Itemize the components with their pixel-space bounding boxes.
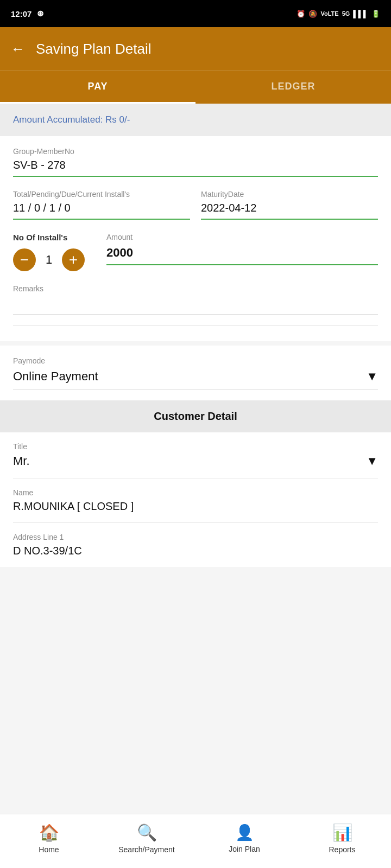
tab-pay[interactable]: PAY [0,71,195,104]
maturity-date-field: MaturityDate 2022-04-12 [201,190,378,220]
amount-accumulated: Amount Accumulated: Rs 0/- [0,104,391,136]
reports-icon: 📊 [332,823,352,842]
name-value: R.MOUNIKA [ CLOSED ] [13,500,378,513]
remarks-input[interactable] [13,296,378,315]
installs-label: Total/Pending/Due/Current Install's [13,190,190,199]
nav-join-plan[interactable]: 👤 Join Plan [195,814,293,868]
installs-value: 11 / 0 / 1 / 0 [13,202,190,220]
paymode-label: Paymode [13,356,378,365]
address-field: Address Line 1 D NO.3-39/1C [13,523,378,567]
form-section: Group-MemberNo SV-B - 278 Total/Pending/… [0,136,391,341]
address-label: Address Line 1 [13,533,378,541]
bottom-nav: 🏠 Home 🔍 Search/Payment 👤 Join Plan 📊 Re… [0,814,391,868]
increment-button[interactable]: + [62,248,85,271]
paymode-dropdown-icon: ▼ [366,369,378,384]
signal-icon: ▌▌▌ [353,10,368,18]
installs-field: Total/Pending/Due/Current Install's 11 /… [13,190,190,220]
remarks-label: Remarks [13,284,378,293]
remarks-field: Remarks [13,284,378,315]
nav-search-payment[interactable]: 🔍 Search/Payment [98,814,195,868]
title-value: Mr. [13,454,30,468]
title-label: Title [13,442,378,451]
install-amount-row: No Of Install's − 1 + Amount 2000 [13,233,378,271]
back-button[interactable]: ← [11,41,25,58]
join-plan-icon: 👤 [235,824,254,841]
install-col: No Of Install's − 1 + [13,233,85,271]
address-value: D NO.3-39/1C [13,545,378,557]
counter-value: 1 [43,253,54,267]
status-bar: 12:07 ⊛ ⏰ 🔕 VoLTE 5G ▌▌▌ 🔋 [0,0,391,27]
paymode-value: Online Payment [13,369,98,384]
nav-reports[interactable]: 📊 Reports [293,814,391,868]
amount-value: 2000 [106,246,378,265]
name-label: Name [13,488,378,497]
amount-col: Amount 2000 [106,233,378,265]
tab-ledger[interactable]: LEDGER [195,71,391,104]
time: 12:07 [11,9,31,18]
customer-detail-header: Customer Detail [0,400,391,432]
counter-row: − 1 + [13,248,85,271]
tab-bar: PAY LEDGER [0,71,391,104]
title-field: Title Mr. ▼ [13,432,378,478]
paymode-select[interactable]: Online Payment ▼ [13,369,378,390]
maturity-date-value: 2022-04-12 [201,202,378,220]
nav-home-label: Home [39,845,59,854]
group-member-field: Group-MemberNo SV-B - 278 [13,147,378,177]
5g-icon: 5G [342,10,350,17]
battery-icon: 🔋 [371,10,380,18]
title-dropdown-icon: ▼ [366,454,378,468]
installs-row: Total/Pending/Due/Current Install's 11 /… [13,190,378,220]
amount-label: Amount [106,233,378,241]
nav-join-plan-label: Join Plan [229,845,260,853]
pinterest-icon: ⊛ [37,9,44,18]
name-field: Name R.MOUNIKA [ CLOSED ] [13,478,378,523]
home-icon: 🏠 [39,823,59,842]
mute-icon: 🔕 [308,10,317,18]
search-payment-icon: 🔍 [137,823,157,842]
title-select[interactable]: Mr. ▼ [13,454,378,468]
header: ← Saving Plan Detail [0,27,391,71]
alarm-icon: ⏰ [297,10,305,18]
status-icons: ⏰ 🔕 VoLTE 5G ▌▌▌ 🔋 [297,10,380,18]
maturity-date-label: MaturityDate [201,190,378,199]
customer-section: Title Mr. ▼ Name R.MOUNIKA [ CLOSED ] Ad… [0,432,391,567]
paymode-section: Paymode Online Payment ▼ [0,346,391,400]
decrement-button[interactable]: − [13,248,36,271]
nav-reports-label: Reports [329,845,355,854]
group-member-value: SV-B - 278 [13,159,378,177]
no-of-installs-label: No Of Install's [13,233,85,242]
nav-search-payment-label: Search/Payment [118,845,175,854]
group-member-label: Group-MemberNo [13,147,378,156]
divider-1 [13,326,378,326]
nav-home[interactable]: 🏠 Home [0,814,98,868]
page-title: Saving Plan Detail [36,41,151,58]
volte-icon: VoLTE [320,10,338,17]
